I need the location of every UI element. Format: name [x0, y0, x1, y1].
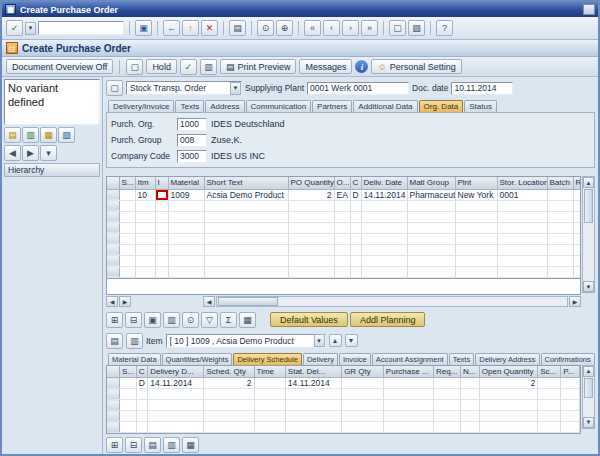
column-header[interactable]: Itm — [135, 177, 155, 189]
row-selector[interactable] — [107, 400, 120, 411]
grid-cell[interactable] — [254, 378, 285, 389]
grid-cell[interactable]: 2 — [479, 378, 537, 389]
column-header[interactable]: Material — [168, 177, 204, 189]
row-selector[interactable] — [107, 211, 119, 222]
row-selector[interactable] — [107, 422, 120, 433]
last-page-icon[interactable]: » — [361, 20, 378, 36]
tab-confirmations[interactable]: Confirmations — [541, 353, 595, 365]
column-header[interactable]: O... — [334, 177, 350, 189]
copy-icon[interactable]: ▥ — [200, 59, 217, 75]
grid-cell[interactable]: 0001 — [497, 189, 547, 200]
row-selector[interactable] — [107, 189, 119, 200]
new-session-icon[interactable]: ▢ — [389, 20, 406, 36]
column-header[interactable]: S... — [119, 177, 135, 189]
grid-cell[interactable]: 14.11.2014 — [148, 378, 204, 389]
prev-item-icon[interactable]: ▲ — [329, 334, 342, 347]
purch-org-field[interactable]: 1000 — [177, 118, 207, 131]
column-header[interactable]: Stat. Del... — [285, 366, 341, 378]
grid-cell[interactable] — [120, 378, 137, 389]
tab-delivery[interactable]: Delivery — [303, 353, 338, 365]
grid-cell-error[interactable] — [155, 189, 168, 200]
tab-invoice[interactable]: Invoice — [339, 353, 371, 365]
grid-cell[interactable]: New York — [455, 189, 497, 200]
favorites-icon[interactable]: ▦ — [40, 127, 57, 143]
grid-cell[interactable] — [342, 378, 384, 389]
vscroll-thumb[interactable] — [584, 378, 593, 398]
grid-cell[interactable] — [383, 378, 433, 389]
supplying-plant-field[interactable]: 0001 Werk 0001 — [307, 82, 409, 95]
grid-cell[interactable]: 2 — [204, 378, 254, 389]
grid-cell[interactable] — [119, 189, 135, 200]
column-header[interactable]: C — [136, 366, 147, 378]
row-selector[interactable] — [107, 378, 120, 389]
select-all-header[interactable] — [107, 177, 119, 189]
grid-cell[interactable] — [573, 189, 581, 200]
column-header[interactable]: Time — [254, 366, 285, 378]
column-header[interactable]: N... — [461, 366, 480, 378]
column-header[interactable]: P... — [561, 366, 580, 378]
back-icon[interactable]: ← — [163, 20, 180, 36]
tab-material-data[interactable]: Material Data — [108, 353, 161, 365]
hold-button[interactable]: Hold — [146, 59, 177, 74]
row-selector[interactable] — [107, 244, 119, 255]
next-node-icon[interactable]: ▶ — [22, 145, 39, 161]
save-icon[interactable]: ▣ — [135, 20, 152, 36]
addl-planning-button[interactable]: Addl Planning — [350, 312, 426, 327]
grid-cell[interactable] — [461, 378, 480, 389]
close-item-icon[interactable]: ▥ — [126, 333, 143, 349]
tab-address[interactable]: Address — [205, 100, 244, 112]
tab-delivery-address[interactable]: Delivery Address — [475, 353, 539, 365]
row-selector[interactable] — [107, 411, 120, 422]
copy-row-icon[interactable]: ▥ — [163, 312, 180, 328]
tab-communication[interactable]: Communication — [246, 100, 312, 112]
column-header[interactable]: Stor. Location — [497, 177, 547, 189]
tab-delivery-schedule[interactable]: Delivery Schedule — [233, 353, 301, 365]
tab-partners[interactable]: Partners — [312, 100, 352, 112]
scroll-down-icon[interactable]: ▼ — [583, 417, 594, 428]
column-header[interactable]: Sc... — [538, 366, 561, 378]
scroll-left-icon[interactable]: ◀ — [203, 296, 215, 307]
row-selector[interactable] — [107, 255, 119, 266]
document-overview-button[interactable]: Document Overview Off — [6, 59, 113, 74]
grid-cell[interactable] — [561, 378, 580, 389]
grid-cell[interactable]: 10 — [135, 189, 155, 200]
column-header[interactable]: Delivery D... — [148, 366, 204, 378]
row-selector[interactable] — [107, 266, 119, 277]
vscroll-thumb[interactable] — [584, 189, 593, 223]
cancel-icon[interactable]: ✕ — [201, 20, 218, 36]
scroll-down-icon[interactable]: ▼ — [583, 281, 594, 292]
column-header[interactable]: Matl Group — [407, 177, 455, 189]
column-header[interactable]: Sched. Qty — [204, 366, 254, 378]
collapse-all-icon[interactable]: ▥ — [22, 127, 39, 143]
exit-icon[interactable]: ↑ — [182, 20, 199, 36]
grid-cell[interactable]: 1009 — [168, 189, 204, 200]
tab-delivery-invoice[interactable]: Delivery/Invoice — [108, 100, 174, 112]
doc-date-field[interactable]: 10.11.2014 — [451, 82, 513, 95]
lock-icon[interactable]: ▣ — [144, 312, 161, 328]
column-header[interactable]: Short Text — [204, 177, 288, 189]
row-selector[interactable] — [107, 233, 119, 244]
cut-line-icon[interactable]: ▤ — [144, 437, 161, 453]
item-select-combo[interactable]: [ 10 ] 1009 , Acsia Demo Product ▼ — [166, 334, 326, 348]
purch-group-field[interactable]: 008 — [177, 134, 207, 147]
help-icon[interactable]: ? — [436, 20, 453, 36]
grid-cell[interactable]: D — [350, 189, 361, 200]
next-page-icon[interactable]: › — [342, 20, 359, 36]
tab-org-data[interactable]: Org. Data — [419, 100, 464, 112]
row-selector[interactable] — [107, 389, 120, 400]
layout-icon[interactable]: ▦ — [239, 312, 256, 328]
insert-line-icon[interactable]: ⊞ — [106, 437, 123, 453]
find-icon[interactable]: ⊙ — [257, 20, 274, 36]
next-item-icon[interactable]: ▼ — [345, 334, 358, 347]
hierarchy-header[interactable]: Hierarchy — [4, 163, 100, 177]
grid-cell[interactable]: EA — [334, 189, 350, 200]
grid-cell[interactable]: Pharmaceuti — [407, 189, 455, 200]
tab-texts-item[interactable]: Texts — [449, 353, 475, 365]
grid-cell[interactable] — [433, 378, 460, 389]
row-selector[interactable] — [107, 200, 119, 211]
filter-icon[interactable]: ▽ — [201, 312, 218, 328]
column-header[interactable]: S... — [120, 366, 137, 378]
search-icon[interactable]: ⊙ — [182, 312, 199, 328]
column-header[interactable]: C — [350, 177, 361, 189]
command-history-dropdown[interactable]: ▼ — [25, 22, 36, 35]
